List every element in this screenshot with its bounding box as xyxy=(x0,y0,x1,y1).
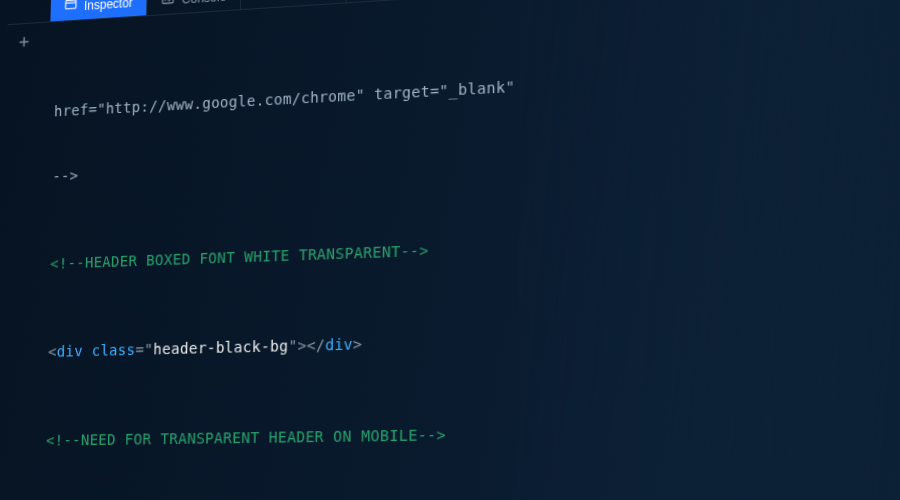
svg-rect-0 xyxy=(66,0,77,8)
tab-inspector-label: Inspector xyxy=(84,0,133,13)
code-line: href="http://www.google.com/chrome" targ… xyxy=(54,46,900,123)
inspector-icon xyxy=(64,0,77,15)
devtools-screen: Inspector Console Debugger xyxy=(0,0,900,500)
comment-line: <!--HEADER BOXED FONT WHITE TRANSPARENT-… xyxy=(50,217,900,276)
debugger-icon xyxy=(256,0,270,2)
add-tab-button[interactable]: + xyxy=(19,30,30,52)
dom-tree[interactable]: href="http://www.google.com/chrome" targ… xyxy=(0,0,900,500)
code-line: --> xyxy=(52,119,900,188)
dom-node[interactable]: <div class="header-black-bg"></div> xyxy=(48,315,900,363)
comment-line: <!--NEED FOR TRANSPARENT HEADER ON MOBIL… xyxy=(46,414,900,452)
console-icon xyxy=(162,0,175,9)
tab-console-label: Console xyxy=(182,0,227,6)
